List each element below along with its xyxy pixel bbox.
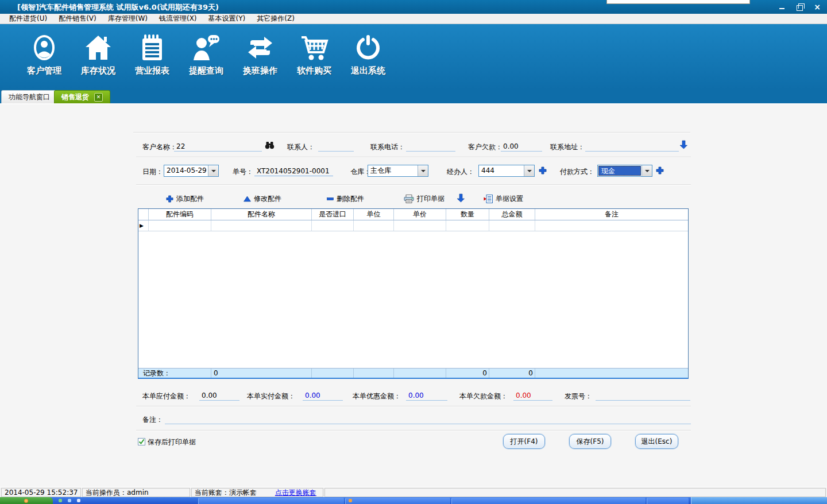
exit-button[interactable]: 退出(Esc) [635,434,678,449]
switch-account-link[interactable]: 点击更换账套 [275,489,316,497]
report-icon [140,32,164,63]
tab-function-navigation[interactable]: 功能导航窗口 [1,90,57,103]
dropdown-button[interactable] [418,165,428,176]
add-part-button[interactable]: 添加配件 [166,194,204,204]
print-after-save-checkbox[interactable] [138,438,145,445]
owed-label: 本单欠款金额： [459,391,508,401]
edit-part-button[interactable]: 修改配件 [244,194,281,204]
invoice-label: 发票号： [565,391,592,401]
column-header-part-code[interactable]: 配件编码 [149,209,211,220]
tab-sales-return[interactable]: 销售退货 ✕ [54,90,110,103]
menu-item-other[interactable]: 其它操作(Z) [251,14,300,24]
separator [136,430,691,431]
toolbar-item-customers[interactable]: 客户管理 [22,24,67,89]
restore-button[interactable] [795,3,803,11]
customer-name-input[interactable]: 22 [174,142,262,152]
menubar: 配件进货(U) 配件销售(V) 库存管理(W) 钱流管理(X) 基本设置(Y) … [0,14,827,24]
phone-label: 联系电话： [370,142,405,152]
save-button[interactable]: 保存(F5) [569,434,611,449]
add-operator-plus-icon[interactable] [539,166,547,175]
toolbar-item-shift-swap[interactable]: 换班操作 [238,24,283,89]
dropdown-button[interactable] [524,165,534,176]
delete-part-button[interactable]: 删除配件 [327,194,364,204]
phone-input[interactable] [406,142,455,152]
start-button[interactable] [0,497,53,504]
debt-value: 0.00 [501,142,542,152]
customer-search-binoculars-icon[interactable] [265,141,275,149]
address-expand-down-icon[interactable] [680,140,687,149]
print-receipt-button[interactable]: 打印单据 [404,194,445,204]
paid-label: 本单实付金额： [247,391,295,401]
dropdown-button[interactable] [641,165,652,176]
receipt-settings-icon [484,195,493,203]
discount-input[interactable]: 0.00 [406,391,447,401]
record-count-label: 记录数： [138,369,211,378]
column-header-unit-price[interactable]: 单价 [394,209,446,220]
cart-icon [300,32,329,63]
selector-column-header [138,209,149,220]
open-button[interactable]: 打开(F4) [503,434,545,449]
column-header-imported[interactable]: 是否进口 [312,209,354,220]
minimize-icon [779,8,785,9]
chevron-down-icon [211,170,216,172]
quicklaunch-icon[interactable] [77,499,80,502]
contact-input[interactable] [318,142,354,152]
menu-item-settings[interactable]: 基本设置(Y) [203,14,252,24]
quicklaunch-icon[interactable] [68,499,71,502]
start-logo-icon [24,499,28,503]
app-window: [领智]汽车配件销售管理系统 试用版v6.0(试用期还有39天) × 配件进货(… [0,0,827,504]
payable-input[interactable]: 0.00 [199,391,239,401]
system-tray [691,497,827,504]
menu-item-inventory[interactable]: 库存管理(W) [102,14,153,24]
column-header-remark[interactable]: 备注 [535,209,688,220]
separator [136,184,691,185]
tab-close-icon[interactable]: ✕ [94,93,103,102]
export-down-arrow-icon[interactable] [457,193,465,203]
chevron-down-icon [645,170,650,172]
column-header-part-name[interactable]: 配件名称 [211,209,312,220]
operator-label: 经办人： [447,167,474,176]
row-selector-icon: ▶ [138,220,149,231]
close-icon: × [814,3,821,11]
toolbar-item-reminders[interactable]: 提醒查询 [184,24,229,89]
toolbar-item-purchase-software[interactable]: 软件购买 [292,24,337,89]
discount-label: 本单优惠金额： [353,391,401,401]
restore-icon [797,5,803,11]
toolbar-item-stock[interactable]: 库存状况 [76,24,121,89]
payment-label: 付款方式： [560,167,594,176]
column-header-unit[interactable]: 单位 [354,209,394,220]
print-after-save-label[interactable]: 保存后打印单据 [148,437,196,447]
menu-item-purchase[interactable]: 配件进货(U) [3,14,53,24]
parts-table-footer: 记录数： 0 0 0 [138,368,688,378]
dropdown-button[interactable] [208,165,218,176]
remark-input[interactable] [165,414,691,424]
address-label: 联系地址： [550,142,585,152]
toolbar-item-exit[interactable]: 退出系统 [346,24,391,89]
operator-select[interactable]: 444 [478,165,535,177]
address-input[interactable] [585,142,679,152]
taskbar-window-button[interactable] [451,498,646,504]
add-payment-plus-icon[interactable] [656,166,664,175]
menu-item-sales[interactable]: 配件销售(V) [53,14,102,24]
receipt-settings-button[interactable]: 单据设置 [484,194,523,204]
toolbar-item-reports[interactable]: 营业报表 [130,24,175,89]
customer-name-label: 客户名称： [142,142,177,152]
minimize-button[interactable] [778,3,786,11]
column-header-quantity[interactable]: 数量 [446,209,489,220]
reminder-icon [192,32,221,63]
taskbar-window-button[interactable] [198,498,344,504]
paid-input[interactable]: 0.00 [303,391,343,401]
invoice-input[interactable] [596,391,690,401]
table-row[interactable]: ▶ [138,220,688,231]
taskbar-window-button[interactable] [345,498,450,504]
taskbar-window-button[interactable] [647,498,689,504]
warehouse-select[interactable]: 主仓库 [368,165,428,177]
payment-select[interactable]: 现金 [597,165,652,177]
chevron-down-icon [527,170,532,172]
quicklaunch-icon[interactable] [59,499,62,502]
record-count-value: 0 [211,369,312,378]
menu-item-cashflow[interactable]: 钱流管理(X) [153,14,203,24]
date-select[interactable]: 2014-05-29 [164,165,219,177]
column-header-total[interactable]: 总金额 [489,209,535,220]
close-button[interactable]: × [813,3,821,11]
